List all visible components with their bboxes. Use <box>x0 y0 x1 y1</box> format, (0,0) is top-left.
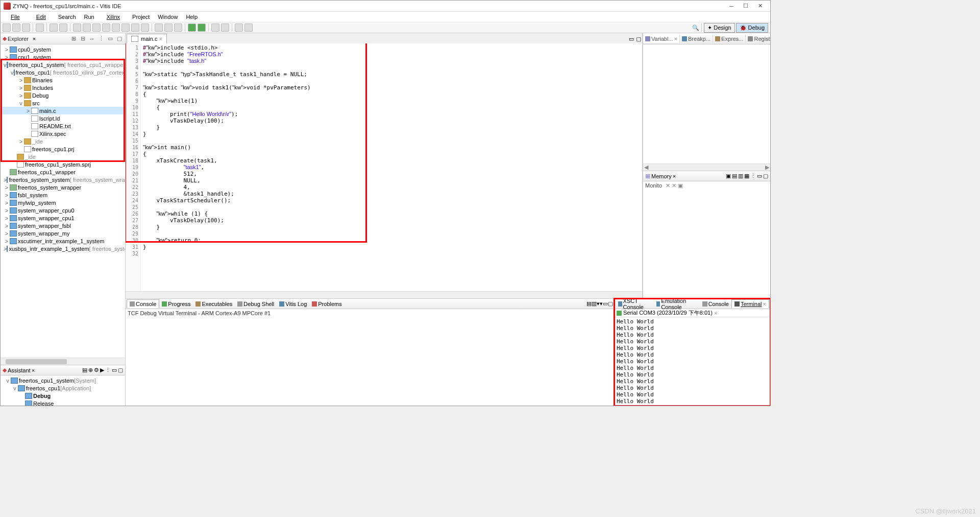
back-button[interactable] <box>235 24 243 32</box>
tree-item[interactable]: Release <box>2 400 124 406</box>
asst-icon[interactable]: ⚙ <box>94 367 99 373</box>
save-all-button[interactable] <box>22 24 30 32</box>
editor-scrollbar[interactable] <box>126 291 642 298</box>
tree-item[interactable]: >system_wrapper_cpu0 <box>1 206 125 214</box>
wand-icon[interactable] <box>59 24 67 32</box>
forward-button[interactable] <box>244 24 253 32</box>
editor-maximize-icon[interactable]: ▢ <box>635 35 642 43</box>
search-icon[interactable]: 🔍 <box>692 25 699 31</box>
tab-debug-shell[interactable]: Debug Shell <box>235 300 277 308</box>
menu-edit[interactable]: Edit <box>28 13 54 21</box>
explorer-close-icon[interactable]: × <box>31 35 38 42</box>
variables-view[interactable] <box>643 44 770 163</box>
tab-console[interactable]: Console <box>127 299 159 308</box>
minimize-button[interactable]: ─ <box>724 2 739 11</box>
tree-item[interactable]: >Debug <box>1 91 125 99</box>
tree-item[interactable]: freertos_cpu1_wrapper <box>1 168 125 176</box>
explorer-toolbar-icon[interactable]: ↔ <box>88 35 95 42</box>
asst-maximize-icon[interactable]: ▢ <box>118 367 123 373</box>
close-tab-icon[interactable]: × <box>159 36 162 42</box>
tree-item[interactable]: >freertos_system_wrapper <box>1 183 125 191</box>
terminate-button[interactable] <box>102 24 110 32</box>
perspective-design[interactable]: ✦ Design <box>704 23 734 33</box>
step-return-button[interactable] <box>141 24 149 32</box>
tb-icon-1[interactable] <box>155 24 163 32</box>
asst-icon[interactable]: ▤ <box>82 367 87 373</box>
mem-minimize-icon[interactable]: ▭ <box>757 173 762 179</box>
tree-item[interactable]: >Binaries <box>1 76 125 84</box>
tree-item[interactable]: vfreertos_cpu1_system [ freertos_cpu1_wr… <box>1 61 125 68</box>
tb-icon-5[interactable] <box>221 24 229 32</box>
menu-help[interactable]: Help <box>182 13 202 21</box>
tb-icon-3[interactable] <box>174 24 182 32</box>
asst-icon[interactable]: ⋮ <box>105 367 111 373</box>
tree-item[interactable]: >main.c <box>1 107 125 114</box>
perspective-debug[interactable]: 🐞 Debug <box>736 23 768 33</box>
tab-expressions[interactable]: Expres... <box>713 35 746 43</box>
new-button[interactable] <box>3 24 11 32</box>
tree-item[interactable]: _ide <box>1 153 125 160</box>
tree-item[interactable]: vsrc <box>1 99 125 107</box>
maximize-button[interactable]: ☐ <box>739 2 753 11</box>
tree-item[interactable]: >_ide <box>1 137 125 145</box>
explorer-toolbar-icon[interactable]: ⋮ <box>97 35 105 42</box>
tree-item[interactable]: Debug <box>2 392 124 400</box>
assistant-close-icon[interactable]: × <box>32 367 35 373</box>
tree-item[interactable]: >xusbps_intr_example_1_system [ freertos… <box>1 245 125 252</box>
tree-item[interactable]: >system_wrapper_fsbl <box>1 222 125 229</box>
tb-icon-4[interactable] <box>211 24 219 32</box>
explorer-maximize-icon[interactable]: ▢ <box>116 35 123 42</box>
mem-icon[interactable]: ▦ <box>744 173 749 179</box>
skip-button[interactable] <box>73 24 81 32</box>
debug-button[interactable] <box>198 24 206 32</box>
close-button[interactable]: ✕ <box>753 2 767 11</box>
mem-icon[interactable]: ▤ <box>732 173 737 179</box>
menu-file[interactable]: File <box>3 13 28 21</box>
build-button[interactable] <box>36 24 44 32</box>
tree-item[interactable]: >fsbl_system <box>1 191 125 199</box>
editor-tab-main[interactable]: main.c × <box>127 34 167 43</box>
tree-item[interactable]: lscript.ld <box>1 114 125 122</box>
tab-console-2[interactable]: Console <box>700 300 731 308</box>
console-body[interactable]: TCF Debug Virtual Terminal - ARM Cortex-… <box>126 309 614 406</box>
hammer-icon[interactable] <box>50 24 58 32</box>
tb-icon-2[interactable] <box>164 24 173 32</box>
mem-icon[interactable]: ▣ <box>726 173 731 179</box>
save-button[interactable] <box>12 24 20 32</box>
tree-item[interactable]: vfreertos_cpu1 [Application] <box>2 384 124 392</box>
tab-progress[interactable]: Progress <box>159 300 193 308</box>
console-minimize-icon[interactable]: ▭ <box>603 300 608 307</box>
menu-run[interactable]: Run <box>80 13 99 21</box>
run-button[interactable] <box>188 24 196 32</box>
tree-item[interactable]: >system_wrapper_cpu1 <box>1 214 125 222</box>
console-icon[interactable]: ▤ <box>586 300 592 307</box>
horizontal-scrollbar[interactable] <box>1 358 125 365</box>
menu-search[interactable]: Search <box>54 13 80 21</box>
tree-item[interactable]: >freertos_system_system [ freertos_syste… <box>1 176 125 183</box>
asst-icon[interactable]: ⊕ <box>88 367 93 373</box>
tab-breakpoints[interactable]: Breakp... <box>680 35 713 43</box>
code-editor[interactable]: 1234567891011121314151617181920212223242… <box>126 43 642 291</box>
tree-item[interactable]: freertos_cpu1_system.sprj <box>1 160 125 168</box>
serial-close-icon[interactable]: × <box>714 310 717 316</box>
tab-registers[interactable]: Registe... <box>746 35 770 43</box>
resume-button[interactable] <box>83 24 91 32</box>
tree-item[interactable]: vfreertos_cpu1_system [System] <box>2 377 124 384</box>
asst-icon[interactable]: ▶ <box>100 367 104 373</box>
tree-item[interactable]: Xilinx.spec <box>1 130 125 137</box>
step-into-button[interactable] <box>121 24 130 32</box>
assistant-tree[interactable]: vfreertos_cpu1_system [System]vfreertos_… <box>1 375 125 406</box>
tree-item[interactable]: >mylwip_system <box>1 199 125 206</box>
console-maximize-icon[interactable]: ▢ <box>608 300 613 307</box>
mem-icon[interactable]: ⋮ <box>750 173 756 179</box>
memory-view[interactable]: Monito ✕ ✕ ▣ <box>643 181 770 298</box>
tab-problems[interactable]: Problems <box>309 300 344 308</box>
terminal-body[interactable]: Hello WorldHello WorldHello WorldHello W… <box>615 317 770 406</box>
tab-variables[interactable]: Variabl...× <box>643 35 680 43</box>
tab-terminal[interactable]: Terminal× <box>731 299 769 308</box>
tree-item[interactable]: >xscutimer_intr_example_1_system <box>1 237 125 245</box>
explorer-tree[interactable]: >cpu0_system>cpu1_systemvfreertos_cpu1_s… <box>1 44 125 358</box>
tree-item[interactable]: freertos_cpu1.prj <box>1 145 125 153</box>
console-icon[interactable]: ▥ <box>592 300 597 307</box>
explorer-minimize-icon[interactable]: ▭ <box>107 35 114 42</box>
